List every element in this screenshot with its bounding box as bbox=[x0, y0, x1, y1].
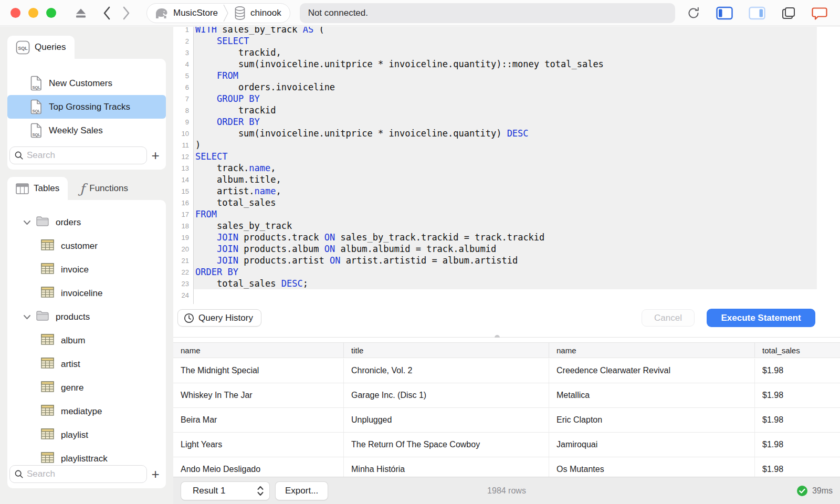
tree-item-customer[interactable]: customer bbox=[7, 234, 166, 258]
line-code: ) bbox=[195, 139, 201, 151]
reload-button[interactable] bbox=[687, 6, 700, 20]
table-cell: Whiskey In The Jar bbox=[173, 383, 344, 407]
column-header-title-1[interactable]: title bbox=[344, 343, 549, 358]
editor-line-24[interactable]: 24 bbox=[173, 289, 840, 301]
tree-item-genre[interactable]: genre bbox=[7, 376, 166, 400]
editor-line-4[interactable]: 4 sum(invoiceline.unitprice * invoicelin… bbox=[173, 58, 840, 70]
editor-line-18[interactable]: 18 sales_by_track bbox=[173, 220, 840, 232]
results-table: nametitlenametotal_sales The Midnight Sp… bbox=[173, 338, 840, 477]
chevron-left-icon bbox=[102, 6, 111, 20]
editor-line-21[interactable]: 21 JOIN products.artist ON artist.artist… bbox=[173, 255, 840, 266]
close-window-button[interactable] bbox=[10, 8, 20, 18]
chevron-down-icon[interactable] bbox=[23, 314, 31, 320]
editor-lines: 1WITH sales_by_track AS (2 SELECT3 track… bbox=[173, 27, 840, 301]
column-header-name-2[interactable]: name bbox=[549, 343, 755, 358]
window-list-button[interactable] bbox=[781, 6, 796, 20]
editor-line-12[interactable]: 12SELECT bbox=[173, 151, 840, 162]
cancel-button[interactable]: Cancel bbox=[642, 309, 695, 327]
tree-item-playlist[interactable]: playlist bbox=[7, 423, 166, 447]
forward-button[interactable] bbox=[122, 6, 131, 20]
query-item-weekly-sales[interactable]: SQLWeekly Sales bbox=[7, 119, 166, 142]
editor-line-10[interactable]: 10 sum(invoiceline.unitprice * invoiceli… bbox=[173, 128, 840, 139]
editor-line-15[interactable]: 15 artist.name, bbox=[173, 185, 840, 197]
queries-search-input[interactable] bbox=[27, 150, 142, 161]
column-header-total-sales-3[interactable]: total_sales bbox=[755, 343, 840, 358]
disconnect-button[interactable] bbox=[74, 7, 88, 19]
line-code: orders.invoiceline bbox=[195, 81, 335, 93]
tab-functions[interactable]: ƒ Functions bbox=[71, 177, 136, 200]
editor-line-16[interactable]: 16 total_sales bbox=[173, 197, 840, 208]
editor-line-13[interactable]: 13 track.name, bbox=[173, 162, 840, 174]
line-code: total_sales DESC; bbox=[195, 278, 308, 289]
toggle-left-sidebar-button[interactable] bbox=[716, 6, 733, 20]
tree-item-label: playlisttrack bbox=[61, 454, 108, 464]
editor-line-11[interactable]: 11) bbox=[173, 139, 840, 151]
line-number: 8 bbox=[173, 107, 189, 114]
feedback-button[interactable] bbox=[812, 6, 827, 20]
results-header: nametitlenametotal_sales bbox=[173, 342, 840, 358]
query-item-new-customers[interactable]: SQLNew Customers bbox=[7, 71, 166, 95]
table-cell: $1.98 bbox=[755, 457, 840, 477]
line-number: 13 bbox=[173, 164, 189, 172]
table-icon bbox=[41, 239, 54, 250]
editor-line-7[interactable]: 7 GROUP BY bbox=[173, 93, 840, 104]
tree-item-products[interactable]: products bbox=[7, 305, 166, 329]
schema-search-field[interactable] bbox=[9, 465, 147, 483]
breadcrumb-database[interactable]: chinook bbox=[234, 6, 281, 20]
editor-line-20[interactable]: 20 JOIN products.album ON album.albumid … bbox=[173, 243, 840, 255]
column-header-name-0[interactable]: name bbox=[173, 343, 344, 358]
query-history-button[interactable]: Query History bbox=[177, 309, 261, 327]
tab-queries[interactable]: SQL Queries bbox=[7, 36, 75, 59]
line-number: 5 bbox=[173, 72, 189, 80]
tree-item-invoice[interactable]: invoice bbox=[7, 258, 166, 281]
table-row[interactable]: Whiskey In The JarGarage Inc. (Disc 1)Me… bbox=[173, 383, 840, 408]
line-code: GROUP BY bbox=[195, 93, 260, 104]
execute-statement-button[interactable]: Execute Statement bbox=[707, 309, 815, 327]
queries-search-field[interactable] bbox=[9, 146, 147, 164]
editor-line-17[interactable]: 17FROM bbox=[173, 208, 840, 220]
table-cell: Garage Inc. (Disc 1) bbox=[344, 383, 549, 407]
editor-line-9[interactable]: 9 ORDER BY bbox=[173, 116, 840, 128]
stepper-icon bbox=[257, 485, 264, 497]
tree-item-album[interactable]: album bbox=[7, 329, 166, 352]
editor-line-3[interactable]: 3 trackid, bbox=[173, 47, 840, 58]
chevron-down-icon[interactable] bbox=[23, 220, 31, 225]
query-item-top-grossing-tracks[interactable]: SQLTop Grossing Tracks bbox=[7, 95, 166, 119]
line-number: 3 bbox=[173, 49, 189, 57]
add-query-button[interactable]: + bbox=[147, 149, 164, 162]
tree-item-artist[interactable]: artist bbox=[7, 352, 166, 376]
editor-line-23[interactable]: 23 total_sales DESC; bbox=[173, 278, 840, 289]
tab-tables[interactable]: Tables bbox=[7, 177, 68, 200]
table-row[interactable]: The Midnight SpecialChronicle, Vol. 2Cre… bbox=[173, 359, 840, 383]
results-body: The Midnight SpecialChronicle, Vol. 2Cre… bbox=[173, 359, 840, 477]
editor-line-2[interactable]: 2 SELECT bbox=[173, 35, 840, 47]
search-icon bbox=[14, 469, 24, 479]
minimize-window-button[interactable] bbox=[28, 8, 38, 18]
editor-line-22[interactable]: 22ORDER BY bbox=[173, 266, 840, 278]
breadcrumb-server[interactable]: MusicStore bbox=[153, 6, 218, 20]
editor-line-19[interactable]: 19 JOIN products.track ON sales_by_track… bbox=[173, 232, 840, 243]
zoom-window-button[interactable] bbox=[46, 8, 56, 18]
schema-search-input[interactable] bbox=[27, 469, 142, 479]
back-button[interactable] bbox=[102, 6, 111, 20]
tree-item-orders[interactable]: orders bbox=[7, 211, 166, 234]
line-code: sales_by_track bbox=[195, 220, 292, 232]
svg-text:SQL: SQL bbox=[33, 109, 41, 113]
table-row[interactable]: Ando Meio DesligadoMinha HistóriaOs Muta… bbox=[173, 457, 840, 477]
sql-editor[interactable]: 1WITH sales_by_track AS (2 SELECT3 track… bbox=[173, 27, 840, 337]
editor-line-5[interactable]: 5 FROM bbox=[173, 70, 840, 81]
result-selector[interactable]: Result 1 bbox=[181, 481, 270, 500]
toggle-right-sidebar-button[interactable] bbox=[749, 6, 765, 20]
table-row[interactable]: Beira MarUnpluggedEric Clapton$1.98 bbox=[173, 408, 840, 433]
editor-line-8[interactable]: 8 trackid bbox=[173, 104, 840, 116]
tree-item-mediatype[interactable]: mediatype bbox=[7, 400, 166, 423]
export-button[interactable]: Export... bbox=[275, 481, 328, 500]
editor-line-14[interactable]: 14 album.title, bbox=[173, 174, 840, 185]
table-row[interactable]: Light YearsThe Return Of The Space Cowbo… bbox=[173, 433, 840, 457]
add-table-button[interactable]: + bbox=[147, 467, 164, 481]
tree-item-invoiceline[interactable]: invoiceline bbox=[7, 281, 166, 305]
database-icon bbox=[234, 6, 246, 20]
svg-text:SQL: SQL bbox=[33, 132, 41, 137]
editor-line-1[interactable]: 1WITH sales_by_track AS ( bbox=[173, 27, 840, 35]
editor-line-6[interactable]: 6 orders.invoiceline bbox=[173, 81, 840, 93]
